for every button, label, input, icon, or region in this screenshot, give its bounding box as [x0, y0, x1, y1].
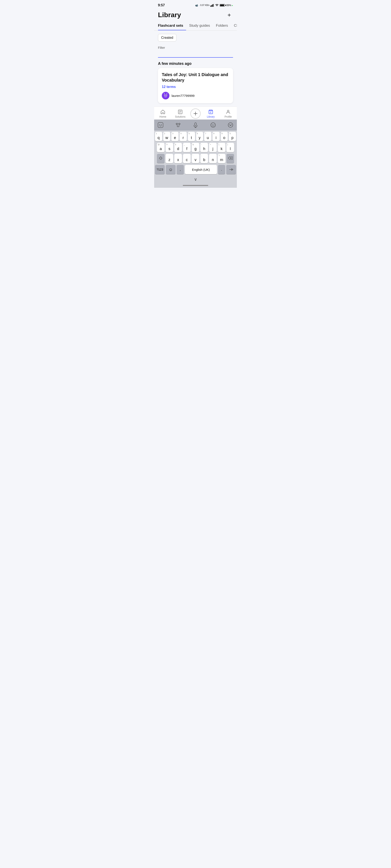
- key-t[interactable]: 5t: [188, 132, 195, 141]
- author-name: lauren77799999: [172, 94, 194, 97]
- keyboard-row-3: z x c :v ;b n ?m: [155, 154, 236, 163]
- nav-solutions[interactable]: Solutions: [172, 109, 189, 119]
- status-icons: 📹 · 0.07 KB/s 89% ●: [195, 4, 233, 7]
- svg-rect-0: [210, 5, 211, 7]
- tabs-container: Flashcard sets Study guides Folders Clas…: [154, 22, 237, 31]
- svg-rect-2: [212, 4, 213, 7]
- chevron-down-icon[interactable]: [227, 121, 234, 129]
- key-s[interactable]: #s: [166, 143, 173, 152]
- header: Library +: [154, 9, 237, 22]
- status-time: 9:57: [158, 3, 165, 7]
- dot-indicator: ·: [199, 4, 200, 6]
- spacebar[interactable]: English (UK): [185, 165, 217, 174]
- author-avatar: [162, 92, 170, 99]
- green-dot: ●: [232, 4, 233, 6]
- key-j[interactable]: +j: [209, 143, 217, 152]
- flashcard-item[interactable]: Tales of Joy: Unit 1 Dialogue and Vocabu…: [158, 68, 233, 103]
- key-123[interactable]: ?123: [155, 165, 165, 174]
- key-r[interactable]: 4r: [180, 132, 187, 141]
- filter-label: Filter: [158, 46, 233, 50]
- emoji-face-icon[interactable]: [157, 121, 164, 129]
- key-d[interactable]: £d: [174, 143, 182, 152]
- nav-library-label: Library: [207, 115, 215, 118]
- home-bar: [183, 185, 208, 186]
- avatar-icon: [162, 92, 169, 99]
- keyboard-bottom-row: ?123 ☺ , English (UK) .: [155, 165, 236, 174]
- key-q[interactable]: 1q: [155, 132, 162, 141]
- tab-folders[interactable]: Folders: [216, 22, 231, 30]
- key-comma[interactable]: ,: [177, 165, 184, 174]
- key-emoji[interactable]: ☺: [166, 165, 176, 174]
- key-p[interactable]: 0p: [229, 132, 236, 141]
- nav-solutions-label: Solutions: [175, 115, 185, 118]
- battery-pct: 89%: [226, 4, 231, 7]
- key-i[interactable]: 8i: [212, 132, 220, 141]
- key-e[interactable]: 3e: [171, 132, 179, 141]
- microphone-icon[interactable]: [192, 121, 199, 129]
- nav-home[interactable]: Home: [154, 109, 172, 119]
- nav-add[interactable]: [189, 108, 202, 119]
- filter-input-wrapper: [158, 51, 233, 58]
- nav-profile-label: Profile: [224, 115, 232, 118]
- add-button[interactable]: +: [225, 11, 233, 19]
- svg-point-24: [212, 124, 212, 125]
- svg-point-8: [164, 95, 165, 96]
- solutions-icon: [178, 109, 183, 115]
- tshirt-icon[interactable]: [174, 121, 182, 129]
- key-h[interactable]: -h: [200, 143, 208, 152]
- key-l[interactable]: )l: [227, 143, 234, 152]
- key-a[interactable]: @a: [157, 143, 164, 152]
- key-period[interactable]: .: [218, 165, 225, 174]
- shift-key[interactable]: [157, 154, 164, 163]
- flashcard-author: lauren77799999: [162, 92, 229, 99]
- key-w[interactable]: 2w: [163, 132, 171, 141]
- smiley-icon[interactable]: [209, 121, 217, 129]
- flashcard-title: Tales of Joy: Unit 1 Dialogue and Vocabu…: [162, 72, 229, 83]
- key-g[interactable]: &g: [192, 143, 199, 152]
- home-icon: [160, 109, 166, 115]
- created-button[interactable]: Created: [158, 34, 176, 41]
- filter-input[interactable]: [158, 51, 233, 58]
- key-v[interactable]: :v: [192, 154, 199, 163]
- nav-profile[interactable]: Profile: [219, 109, 237, 119]
- battery-indicator: 89% ●: [220, 4, 233, 7]
- home-indicator: [154, 183, 237, 188]
- signal-icon: [210, 4, 214, 7]
- nav-add-button[interactable]: [190, 108, 201, 119]
- key-enter[interactable]: [226, 165, 236, 174]
- svg-rect-1: [211, 5, 212, 7]
- keyboard: 1q 2w 3e 4r 5t 6y 7u 8i 9o 0p @a #s £d _…: [154, 120, 237, 188]
- time-label: A few minutes ago: [158, 61, 233, 66]
- nav-library[interactable]: Library: [202, 109, 219, 119]
- backspace-key[interactable]: [227, 154, 234, 163]
- svg-rect-4: [214, 4, 214, 7]
- svg-point-26: [228, 123, 233, 127]
- key-f[interactable]: _f: [183, 143, 191, 152]
- key-o[interactable]: 9o: [221, 132, 228, 141]
- key-m[interactable]: ?m: [218, 154, 225, 163]
- key-n[interactable]: n: [209, 154, 217, 163]
- filter-section: Filter: [158, 46, 233, 58]
- key-b[interactable]: ;b: [200, 154, 208, 163]
- page-title: Library: [158, 11, 181, 19]
- content-area: Created Filter A few minutes ago Tales o…: [154, 31, 237, 106]
- keyboard-toolbar: [154, 120, 237, 130]
- tab-study-guides[interactable]: Study guides: [189, 22, 213, 30]
- key-u[interactable]: 7u: [204, 132, 211, 141]
- svg-point-23: [211, 123, 215, 127]
- key-y[interactable]: 6y: [196, 132, 203, 141]
- profile-icon: [225, 109, 231, 115]
- add-center-icon: [193, 111, 198, 116]
- camera-icon: 📹: [195, 4, 198, 7]
- key-k[interactable]: (k: [218, 143, 225, 152]
- key-c[interactable]: c: [183, 154, 191, 163]
- add-icon: +: [228, 12, 231, 18]
- keyboard-hide-button[interactable]: ∨: [194, 177, 197, 182]
- tab-flashcard-sets[interactable]: Flashcard sets: [158, 22, 186, 30]
- key-x[interactable]: x: [174, 154, 182, 163]
- tab-classes[interactable]: Classes: [234, 22, 237, 30]
- keyboard-keys: 1q 2w 3e 4r 5t 6y 7u 8i 9o 0p @a #s £d _…: [154, 130, 237, 176]
- network-speed: 0.07 KB/s: [200, 4, 210, 6]
- library-icon: [208, 109, 213, 115]
- key-z[interactable]: z: [166, 154, 173, 163]
